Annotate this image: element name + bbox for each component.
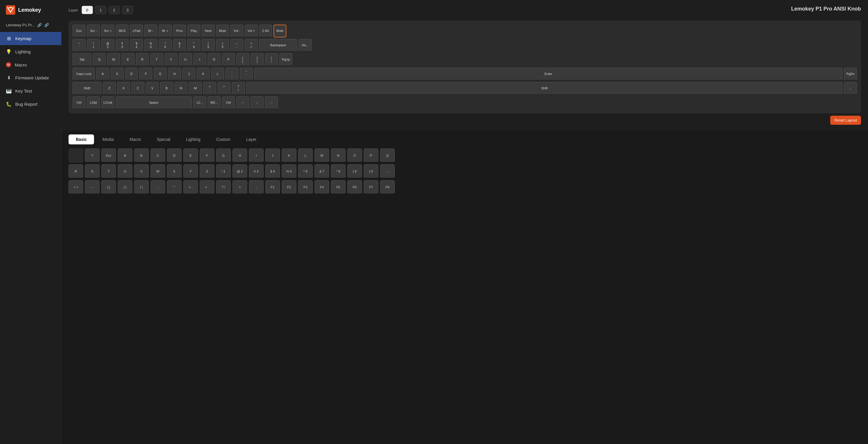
key-quote[interactable]: " ' — [240, 68, 253, 81]
key-slash[interactable]: ? / — [232, 82, 245, 95]
key-m[interactable]: M — [189, 82, 202, 95]
reset-layout-button[interactable]: Reset Layout — [830, 116, 861, 125]
key-space[interactable]: Space — [116, 96, 192, 109]
key-lcmd[interactable]: LCmd — [101, 96, 114, 109]
palette-key-1-12[interactable]: $ 4 — [265, 164, 280, 178]
layer-btn-0[interactable]: 0 — [82, 6, 93, 14]
palette-key-2-9[interactable]: ? / — [216, 180, 231, 194]
palette-key-2-14[interactable]: F3 — [298, 180, 313, 194]
palette-key-2-13[interactable]: F2 — [282, 180, 297, 194]
palette-key-0-8[interactable]: F — [200, 149, 214, 163]
palette-key-2-10[interactable]: = — [232, 180, 247, 194]
palette-key-0-6[interactable]: D — [167, 149, 182, 163]
palette-key-0-15[interactable]: M — [314, 149, 329, 163]
key-lopt[interactable]: LOpt — [87, 96, 100, 109]
palette-key-2-2[interactable]: { [ — [101, 180, 116, 194]
key-r[interactable]: R — [136, 53, 149, 66]
palette-key-0-13[interactable]: K — [282, 149, 297, 163]
key-s[interactable]: S — [111, 68, 124, 81]
palette-key-0-5[interactable]: C — [151, 149, 165, 163]
tab-layer[interactable]: Layer — [239, 134, 264, 145]
key-mute[interactable]: Mute — [216, 25, 229, 37]
palette-key-1-13[interactable]: % 5 — [282, 164, 297, 178]
palette-key-1-2[interactable]: T — [101, 164, 116, 178]
key-p[interactable]: P — [222, 53, 235, 66]
palette-key-1-5[interactable]: W — [151, 164, 165, 178]
palette-key-0-9[interactable]: G — [216, 149, 231, 163]
palette-key-0-11[interactable]: I — [249, 149, 264, 163]
key-mctl[interactable]: MCtl — [116, 25, 129, 37]
palette-key-0-10[interactable]: H — [232, 149, 247, 163]
key-x[interactable]: X — [117, 82, 130, 95]
key-play[interactable]: Play — [187, 25, 200, 37]
key-q[interactable]: Q — [93, 53, 106, 66]
palette-key-1-18[interactable]: ) 0 — [364, 164, 378, 178]
key-pgup[interactable]: PgUp — [279, 53, 292, 66]
key-rc1[interactable]: LC... — [193, 96, 206, 109]
key-left[interactable]: ← — [236, 96, 249, 109]
palette-key-1-10[interactable]: @ 2 — [232, 164, 247, 178]
tab-custom[interactable]: Custom — [209, 134, 238, 145]
palette-key-0-3[interactable]: A — [118, 149, 132, 163]
sidebar-item-macro[interactable]: M Macro — [0, 58, 61, 71]
key-lshift[interactable]: Shift — [73, 82, 101, 95]
key-1[interactable]: ! 1 — [87, 39, 100, 52]
palette-key-2-16[interactable]: F5 — [331, 180, 346, 194]
palette-key-0-16[interactable]: N — [331, 149, 346, 163]
key-enter[interactable]: Enter — [254, 68, 842, 81]
tab-lighting[interactable]: Lighting — [179, 134, 208, 145]
key-backslash[interactable]: | \ — [265, 53, 278, 66]
key-backspace[interactable]: Backspace — [259, 39, 297, 52]
key-y[interactable]: Y — [164, 53, 178, 66]
key-lpad[interactable]: LPad — [130, 25, 143, 37]
key-d[interactable]: D — [125, 68, 138, 81]
palette-key-2-7[interactable]: < , — [183, 180, 198, 194]
key-pgdn[interactable]: PgDn — [844, 68, 857, 81]
key-a[interactable]: A — [96, 68, 109, 81]
key-lbracket[interactable]: { [ — [236, 53, 249, 66]
key-h[interactable]: H — [168, 68, 181, 81]
key-rshift[interactable]: Shift — [246, 82, 842, 95]
palette-key-1-14[interactable]: ^ 6 — [298, 164, 313, 178]
key-up[interactable]: ↑ — [844, 82, 857, 95]
sidebar-item-bugreport[interactable]: 🐛 Bug Report — [0, 98, 61, 111]
key-6[interactable]: ^ 6 — [159, 39, 172, 52]
key-rc2[interactable]: MO... — [208, 96, 220, 109]
layer-btn-3[interactable]: 3 — [122, 6, 133, 14]
key-9[interactable]: ( 9 — [202, 39, 215, 52]
key-minus[interactable]: – - — [230, 39, 243, 52]
palette-key-1-4[interactable]: V — [134, 164, 149, 178]
key-l[interactable]: L — [211, 68, 224, 81]
sidebar-item-keytest[interactable]: 🎹 Key Test — [0, 84, 61, 98]
palette-key-1-9[interactable]: ! 1 — [216, 164, 231, 178]
key-i[interactable]: I — [193, 53, 206, 66]
key-rbracket[interactable]: } ] — [251, 53, 264, 66]
palette-key-2-3[interactable]: } ] — [118, 180, 132, 194]
palette-key-1-0[interactable]: R — [68, 164, 83, 178]
palette-key-2-1[interactable]: - - — [85, 180, 99, 194]
key-t[interactable]: T — [150, 53, 163, 66]
tab-special[interactable]: Special — [149, 134, 178, 145]
key-e[interactable]: E — [122, 53, 134, 66]
palette-key-2-4[interactable]: | \ — [134, 180, 149, 194]
key-br-minus[interactable]: Br - — [144, 25, 157, 37]
key-b[interactable]: B — [160, 82, 173, 95]
key-period[interactable]: > . — [218, 82, 230, 95]
key-5[interactable]: % 5 — [144, 39, 157, 52]
key-down[interactable]: ↓ — [251, 96, 264, 109]
key-o[interactable]: O — [208, 53, 220, 66]
key-home[interactable]: Ho... — [299, 39, 312, 52]
tab-macro[interactable]: Macro — [122, 134, 149, 145]
sidebar-item-firmware[interactable]: ⬇ Firmware Update — [0, 71, 61, 84]
key-w[interactable]: W — [107, 53, 120, 66]
palette-key-2-18[interactable]: F7 — [364, 180, 378, 194]
key-8[interactable]: * 8 — [187, 39, 200, 52]
palette-key-0-17[interactable]: O — [347, 149, 362, 163]
palette-key-1-6[interactable]: X — [167, 164, 182, 178]
key-scr-minus[interactable]: Scr - — [87, 25, 100, 37]
key-comma[interactable]: < , — [203, 82, 216, 95]
key-right[interactable]: → — [265, 96, 278, 109]
key-equals[interactable]: + = — [245, 39, 258, 52]
tab-media[interactable]: Media — [95, 134, 121, 145]
key-f[interactable]: F — [140, 68, 152, 81]
